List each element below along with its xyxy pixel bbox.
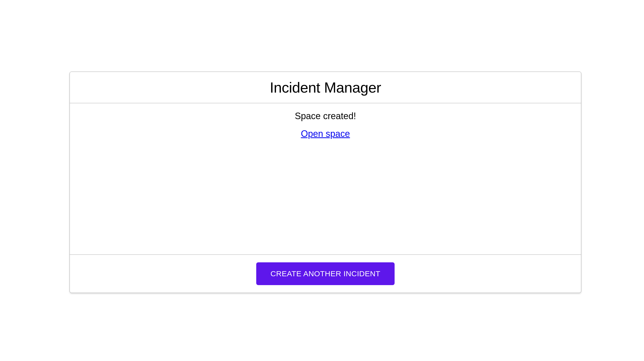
create-another-incident-button[interactable]: CREATE ANOTHER INCIDENT	[256, 262, 394, 285]
incident-manager-card: Incident Manager Space created! Open spa…	[70, 72, 581, 293]
status-message: Space created!	[70, 111, 581, 121]
card-body: Space created! Open space	[70, 103, 581, 255]
card-title: Incident Manager	[70, 79, 581, 96]
open-space-link[interactable]: Open space	[301, 129, 350, 139]
card-header: Incident Manager	[70, 72, 581, 103]
card-footer: CREATE ANOTHER INCIDENT	[70, 255, 581, 293]
